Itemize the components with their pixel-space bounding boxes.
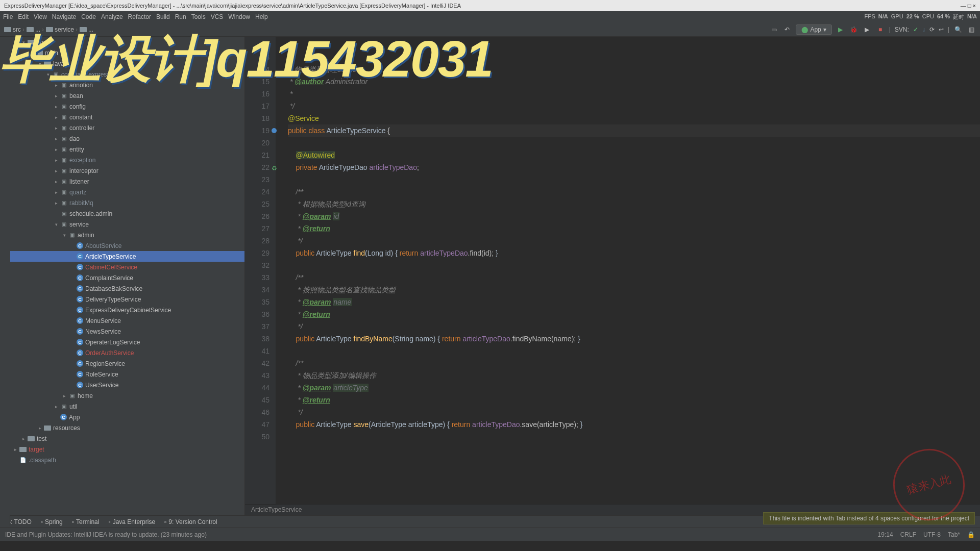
tree-item-constant[interactable]: ▸▣constant [10,112,244,122]
tree-item-CabinetCellService[interactable]: CCabinetCellService [10,262,244,272]
menu-code[interactable]: Code [81,13,96,20]
menu-view[interactable]: View [34,13,47,20]
editor-hint-popup[interactable]: This file is indented with Tab instead o… [763,512,975,524]
indent-setting[interactable]: Tab* [948,531,960,538]
run-button[interactable]: ▶ [836,25,845,34]
tree-arrow-icon[interactable]: ▾ [55,222,60,227]
tree-item-test[interactable]: ▸test [10,433,244,444]
tree-item-DatabaseBakService[interactable]: CDatabaseBakService [10,283,244,294]
structure-icon[interactable]: ▥ [967,25,976,34]
breadcrumb-segment[interactable]: src › [4,26,24,33]
line-separator[interactable]: CRLF [900,531,916,538]
menu-edit[interactable]: Edit [18,13,29,20]
tree-item-src[interactable]: ▾src [10,37,244,47]
tree-arrow-icon[interactable]: ▸ [55,158,60,163]
tree-arrow-icon[interactable]: ▸ [55,136,60,141]
search-icon[interactable]: 🔍 [953,25,963,34]
tree-arrow-icon[interactable]: ▸ [55,190,60,195]
tree-item-entity[interactable]: ▸▣entity [10,144,244,155]
tree-arrow-icon[interactable]: ▸ [55,126,60,131]
tree-item-ComplaintService[interactable]: CComplaintService [10,272,244,283]
tree-item-service[interactable]: ▾▣service [10,219,244,230]
tree-item-MenuService[interactable]: CMenuService [10,315,244,326]
menu-build[interactable]: Build [156,13,170,20]
tree-arrow-icon[interactable]: ▸ [55,104,60,109]
tree-item-DeliveryTypeService[interactable]: CDeliveryTypeService [10,294,244,305]
run-config-selector[interactable]: ⬤ App ▾ [796,24,831,35]
tree-item-resources[interactable]: ▸resources [10,422,244,433]
tree-item-config[interactable]: ▸▣config [10,101,244,112]
tree-item-UserService[interactable]: CUserService [10,380,244,390]
tool-window-spring[interactable]: ▫Spring [41,518,63,525]
tree-arrow-icon[interactable]: ▾ [47,72,52,77]
tree-arrow-icon[interactable]: ▾ [22,40,28,45]
tree-item-home[interactable]: ▸▣home [10,390,244,401]
tree-arrow-icon[interactable]: ▸ [39,425,44,431]
tree-arrow-icon[interactable]: ▸ [22,436,28,441]
menu-tools[interactable]: Tools [191,13,206,20]
stop-button[interactable]: ■ [876,25,885,34]
svn-update-icon[interactable]: ↓ [922,26,925,33]
tool-window-java-enterprise[interactable]: ▫Java Enterprise [108,518,155,525]
tree-item-RoleService[interactable]: CRoleService [10,369,244,380]
menu-help[interactable]: Help [255,13,268,20]
menu-analyze[interactable]: Analyze [101,13,123,20]
tree-item-schedule-admin[interactable]: ▣schedule.admin [10,208,244,219]
window-controls[interactable]: — □ × [961,3,976,9]
tree-item-RegionService[interactable]: CRegionService [10,358,244,369]
tree-arrow-icon[interactable]: ▸ [63,393,68,398]
tree-item-AboutService[interactable]: CAboutService [10,240,244,251]
tree-item-bean[interactable]: ▸▣bean [10,90,244,101]
tree-arrow-icon[interactable]: ▾ [31,51,36,56]
tree-item-com-jiajia-express[interactable]: ▾▣com.jiajia.express [10,69,244,80]
tree-item-exception[interactable]: ▸▣exception [10,155,244,165]
inspect-icon[interactable]: 🔒 [967,531,975,538]
tree-arrow-icon[interactable]: ▸ [55,179,60,184]
coverage-button[interactable]: ▶ [863,25,872,34]
layout-icon[interactable]: ▭ [769,25,778,34]
tree-item-ExpressDeliveryCabinetService[interactable]: CExpressDeliveryCabinetService [10,305,244,315]
tree-arrow-icon[interactable]: ▸ [55,93,60,98]
tree-item-annotion[interactable]: ▸▣annotion [10,80,244,90]
tree-item-dao[interactable]: ▸▣dao [10,133,244,144]
menu-refactor[interactable]: Refactor [128,13,151,20]
menu-navigate[interactable]: Navigate [52,13,76,20]
editor-gutter[interactable]: 1213141516171819202122♻23242526272829323… [245,37,276,504]
tree-arrow-icon[interactable]: ▸ [55,115,60,120]
tree-arrow-icon[interactable]: ▸ [55,201,60,206]
tree-arrow-icon[interactable]: ▸ [55,168,60,173]
menu-window[interactable]: Window [228,13,250,20]
caret-position[interactable]: 19:14 [878,531,893,538]
menu-vcs[interactable]: VCS [211,13,224,20]
file-encoding[interactable]: UTF-8 [923,531,941,538]
breadcrumb-segment[interactable]: service › [46,26,78,33]
breadcrumb-segment[interactable]: ... › [27,26,44,33]
tree-item-admin[interactable]: ▾▣admin [10,230,244,240]
breadcrumb-segment[interactable]: ... [80,26,93,33]
tree-item-rabbitMq[interactable]: ▸▣rabbitMq [10,197,244,208]
tree-item-main[interactable]: ▾main [10,47,244,58]
menu-run[interactable]: Run [175,13,186,20]
tree-item-ArticleTypeService[interactable]: CArticleTypeService [10,251,244,262]
tree-arrow-icon[interactable]: ▸ [14,447,19,452]
tree-arrow-icon[interactable]: ▸ [55,404,60,409]
tree-arrow-icon[interactable]: ▾ [63,233,68,238]
svn-commit-icon[interactable]: ✓ [913,26,918,33]
tree-arrow-icon[interactable]: ▸ [55,83,60,88]
tree-item-OrderAuthService[interactable]: COrderAuthService [10,347,244,358]
editor[interactable]: 1213141516171819202122♻23242526272829323… [245,37,980,515]
tree-item-OperaterLogService[interactable]: COperaterLogService [10,337,244,347]
tree-item-quartz[interactable]: ▸▣quartz [10,187,244,197]
tree-item-interceptor[interactable]: ▸▣interceptor [10,165,244,176]
menu-file[interactable]: File [3,13,13,20]
tree-item-util[interactable]: ▸▣util [10,401,244,412]
debug-button[interactable]: 🐞 [849,25,859,34]
tree-item--classpath[interactable]: 📄.classpath [10,455,244,465]
tree-arrow-icon[interactable]: ▸ [55,147,60,152]
project-tool-window[interactable]: ▾src▾main▾java▾▣com.jiajia.express▸▣anno… [0,37,245,515]
tree-arrow-icon[interactable]: ▾ [39,61,44,66]
tree-item-App[interactable]: CApp [10,412,244,422]
back-icon[interactable]: ↶ [782,25,792,34]
tree-item-listener[interactable]: ▸▣listener [10,176,244,187]
tree-item-java[interactable]: ▾java [10,58,244,69]
